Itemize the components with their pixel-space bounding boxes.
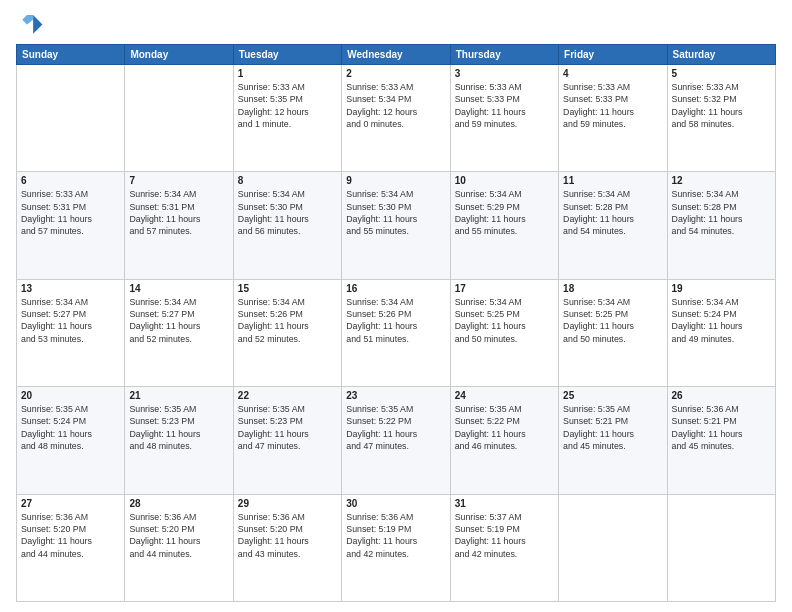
day-number: 9 — [346, 175, 445, 186]
day-number: 2 — [346, 68, 445, 79]
day-number: 13 — [21, 283, 120, 294]
col-friday: Friday — [559, 45, 667, 65]
day-info: Sunrise: 5:33 AM Sunset: 5:32 PM Dayligh… — [672, 81, 771, 130]
day-number: 29 — [238, 498, 337, 509]
day-cell: 6Sunrise: 5:33 AM Sunset: 5:31 PM Daylig… — [17, 172, 125, 279]
day-number: 17 — [455, 283, 554, 294]
day-number: 27 — [21, 498, 120, 509]
day-info: Sunrise: 5:33 AM Sunset: 5:35 PM Dayligh… — [238, 81, 337, 130]
day-cell: 21Sunrise: 5:35 AM Sunset: 5:23 PM Dayli… — [125, 387, 233, 494]
day-cell: 11Sunrise: 5:34 AM Sunset: 5:28 PM Dayli… — [559, 172, 667, 279]
day-number: 8 — [238, 175, 337, 186]
day-number: 15 — [238, 283, 337, 294]
day-info: Sunrise: 5:35 AM Sunset: 5:24 PM Dayligh… — [21, 403, 120, 452]
calendar-header: Sunday Monday Tuesday Wednesday Thursday… — [17, 45, 776, 65]
day-info: Sunrise: 5:34 AM Sunset: 5:28 PM Dayligh… — [563, 188, 662, 237]
day-info: Sunrise: 5:34 AM Sunset: 5:28 PM Dayligh… — [672, 188, 771, 237]
day-info: Sunrise: 5:36 AM Sunset: 5:20 PM Dayligh… — [21, 511, 120, 560]
week-row-4: 20Sunrise: 5:35 AM Sunset: 5:24 PM Dayli… — [17, 387, 776, 494]
day-number: 19 — [672, 283, 771, 294]
day-number: 23 — [346, 390, 445, 401]
day-number: 21 — [129, 390, 228, 401]
day-cell: 3Sunrise: 5:33 AM Sunset: 5:33 PM Daylig… — [450, 65, 558, 172]
day-info: Sunrise: 5:35 AM Sunset: 5:23 PM Dayligh… — [238, 403, 337, 452]
day-number: 1 — [238, 68, 337, 79]
day-info: Sunrise: 5:34 AM Sunset: 5:26 PM Dayligh… — [346, 296, 445, 345]
day-info: Sunrise: 5:35 AM Sunset: 5:22 PM Dayligh… — [346, 403, 445, 452]
logo-icon — [16, 12, 44, 40]
day-number: 12 — [672, 175, 771, 186]
svg-marker-0 — [33, 15, 42, 34]
day-cell: 15Sunrise: 5:34 AM Sunset: 5:26 PM Dayli… — [233, 279, 341, 386]
day-cell: 28Sunrise: 5:36 AM Sunset: 5:20 PM Dayli… — [125, 494, 233, 601]
header-row: Sunday Monday Tuesday Wednesday Thursday… — [17, 45, 776, 65]
day-cell: 10Sunrise: 5:34 AM Sunset: 5:29 PM Dayli… — [450, 172, 558, 279]
day-cell: 4Sunrise: 5:33 AM Sunset: 5:33 PM Daylig… — [559, 65, 667, 172]
day-cell: 8Sunrise: 5:34 AM Sunset: 5:30 PM Daylig… — [233, 172, 341, 279]
day-cell: 2Sunrise: 5:33 AM Sunset: 5:34 PM Daylig… — [342, 65, 450, 172]
day-number: 6 — [21, 175, 120, 186]
day-cell: 5Sunrise: 5:33 AM Sunset: 5:32 PM Daylig… — [667, 65, 775, 172]
week-row-1: 1Sunrise: 5:33 AM Sunset: 5:35 PM Daylig… — [17, 65, 776, 172]
day-number: 4 — [563, 68, 662, 79]
day-info: Sunrise: 5:34 AM Sunset: 5:27 PM Dayligh… — [21, 296, 120, 345]
day-info: Sunrise: 5:36 AM Sunset: 5:20 PM Dayligh… — [129, 511, 228, 560]
day-cell: 24Sunrise: 5:35 AM Sunset: 5:22 PM Dayli… — [450, 387, 558, 494]
col-wednesday: Wednesday — [342, 45, 450, 65]
day-info: Sunrise: 5:36 AM Sunset: 5:20 PM Dayligh… — [238, 511, 337, 560]
day-cell: 7Sunrise: 5:34 AM Sunset: 5:31 PM Daylig… — [125, 172, 233, 279]
day-info: Sunrise: 5:34 AM Sunset: 5:30 PM Dayligh… — [346, 188, 445, 237]
day-number: 16 — [346, 283, 445, 294]
day-number: 7 — [129, 175, 228, 186]
day-info: Sunrise: 5:36 AM Sunset: 5:21 PM Dayligh… — [672, 403, 771, 452]
col-saturday: Saturday — [667, 45, 775, 65]
day-number: 25 — [563, 390, 662, 401]
day-info: Sunrise: 5:35 AM Sunset: 5:23 PM Dayligh… — [129, 403, 228, 452]
day-info: Sunrise: 5:33 AM Sunset: 5:34 PM Dayligh… — [346, 81, 445, 130]
day-info: Sunrise: 5:34 AM Sunset: 5:24 PM Dayligh… — [672, 296, 771, 345]
day-cell: 29Sunrise: 5:36 AM Sunset: 5:20 PM Dayli… — [233, 494, 341, 601]
day-number: 22 — [238, 390, 337, 401]
day-cell — [559, 494, 667, 601]
day-number: 31 — [455, 498, 554, 509]
day-cell: 25Sunrise: 5:35 AM Sunset: 5:21 PM Dayli… — [559, 387, 667, 494]
day-cell: 30Sunrise: 5:36 AM Sunset: 5:19 PM Dayli… — [342, 494, 450, 601]
day-cell: 26Sunrise: 5:36 AM Sunset: 5:21 PM Dayli… — [667, 387, 775, 494]
day-number: 28 — [129, 498, 228, 509]
day-number: 3 — [455, 68, 554, 79]
col-thursday: Thursday — [450, 45, 558, 65]
calendar-body: 1Sunrise: 5:33 AM Sunset: 5:35 PM Daylig… — [17, 65, 776, 602]
day-cell: 23Sunrise: 5:35 AM Sunset: 5:22 PM Dayli… — [342, 387, 450, 494]
day-info: Sunrise: 5:33 AM Sunset: 5:33 PM Dayligh… — [563, 81, 662, 130]
col-sunday: Sunday — [17, 45, 125, 65]
day-cell: 1Sunrise: 5:33 AM Sunset: 5:35 PM Daylig… — [233, 65, 341, 172]
header — [16, 12, 776, 40]
week-row-5: 27Sunrise: 5:36 AM Sunset: 5:20 PM Dayli… — [17, 494, 776, 601]
day-cell: 31Sunrise: 5:37 AM Sunset: 5:19 PM Dayli… — [450, 494, 558, 601]
day-cell: 9Sunrise: 5:34 AM Sunset: 5:30 PM Daylig… — [342, 172, 450, 279]
week-row-2: 6Sunrise: 5:33 AM Sunset: 5:31 PM Daylig… — [17, 172, 776, 279]
day-cell: 12Sunrise: 5:34 AM Sunset: 5:28 PM Dayli… — [667, 172, 775, 279]
day-number: 18 — [563, 283, 662, 294]
day-info: Sunrise: 5:34 AM Sunset: 5:25 PM Dayligh… — [455, 296, 554, 345]
day-info: Sunrise: 5:35 AM Sunset: 5:22 PM Dayligh… — [455, 403, 554, 452]
day-cell: 18Sunrise: 5:34 AM Sunset: 5:25 PM Dayli… — [559, 279, 667, 386]
day-info: Sunrise: 5:33 AM Sunset: 5:31 PM Dayligh… — [21, 188, 120, 237]
day-info: Sunrise: 5:34 AM Sunset: 5:25 PM Dayligh… — [563, 296, 662, 345]
day-number: 5 — [672, 68, 771, 79]
svg-marker-1 — [22, 15, 33, 24]
day-cell — [125, 65, 233, 172]
col-monday: Monday — [125, 45, 233, 65]
day-info: Sunrise: 5:37 AM Sunset: 5:19 PM Dayligh… — [455, 511, 554, 560]
day-number: 10 — [455, 175, 554, 186]
day-number: 11 — [563, 175, 662, 186]
day-info: Sunrise: 5:34 AM Sunset: 5:27 PM Dayligh… — [129, 296, 228, 345]
day-cell: 27Sunrise: 5:36 AM Sunset: 5:20 PM Dayli… — [17, 494, 125, 601]
day-cell: 20Sunrise: 5:35 AM Sunset: 5:24 PM Dayli… — [17, 387, 125, 494]
day-number: 26 — [672, 390, 771, 401]
day-info: Sunrise: 5:34 AM Sunset: 5:26 PM Dayligh… — [238, 296, 337, 345]
day-cell: 16Sunrise: 5:34 AM Sunset: 5:26 PM Dayli… — [342, 279, 450, 386]
page: Sunday Monday Tuesday Wednesday Thursday… — [0, 0, 792, 612]
col-tuesday: Tuesday — [233, 45, 341, 65]
day-number: 24 — [455, 390, 554, 401]
